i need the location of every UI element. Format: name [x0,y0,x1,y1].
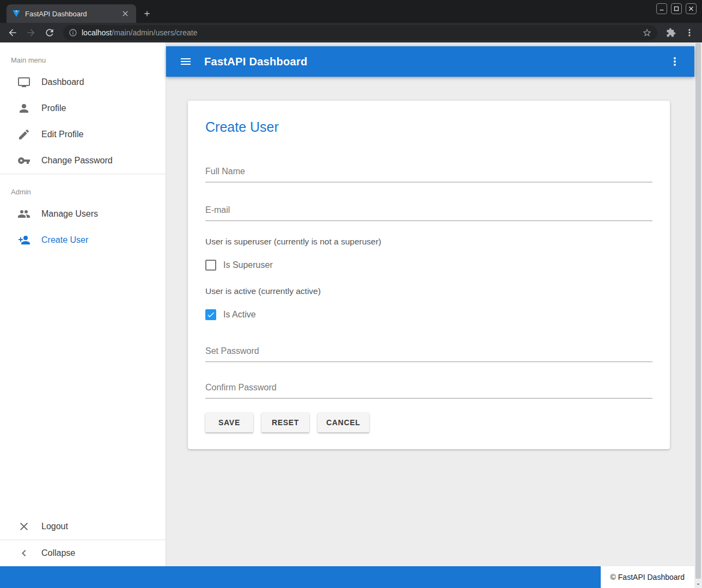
plus-icon [143,9,151,18]
key-icon [17,154,30,167]
person-add-icon [17,234,30,247]
tab-close-button[interactable] [120,8,131,19]
site-info-button[interactable] [69,28,77,37]
kebab-menu-icon [684,27,695,38]
page-content: Create User User is superuser (currently… [166,77,694,566]
check-icon [206,310,215,319]
sidebar-item-change-password[interactable]: Change Password [0,148,166,174]
reset-button[interactable]: RESET [261,413,309,432]
browser-tab[interactable]: FastAPI Dashboard [7,4,136,23]
extensions-icon [666,28,676,38]
appbar-menu-button[interactable] [664,51,686,72]
kebab-menu-icon [668,55,681,68]
save-button[interactable]: SAVE [205,413,253,432]
minimize-button[interactable] [656,3,667,14]
forward-button[interactable] [23,25,39,40]
sidebar: Main menu Dashboard Profile [0,42,166,566]
close-icon [121,9,130,18]
footer-copyright: © FastAPI Dashboard [601,566,694,588]
url-host: localhost [82,28,112,37]
sidebar-item-label: Profile [41,103,66,113]
scrollbar-down-button[interactable] [694,580,702,588]
sidebar-item-label: Change Password [41,156,113,166]
back-button[interactable] [4,25,21,40]
sidebar-item-manage-users[interactable]: Manage Users [0,201,166,227]
scrollbar-thumb[interactable] [695,43,701,579]
sidebar-item-label: Logout [41,522,68,531]
page-scrollbar [694,42,702,588]
star-icon [642,28,652,38]
email-input[interactable] [205,201,652,221]
close-window-button[interactable] [686,3,697,14]
browser-toolbar: localhost/main/admin/users/create [0,23,702,42]
window-controls [656,3,697,14]
sidebar-item-label: Dashboard [41,77,84,87]
active-hint: User is active (currently active) [205,286,652,296]
vuetify-logo-icon [12,9,21,18]
minimize-icon [659,6,664,11]
tab-title: FastAPI Dashboard [25,10,115,18]
sidebar-item-create-user[interactable]: Create User [0,227,166,253]
create-user-card: Create User User is superuser (currently… [188,101,670,449]
person-icon [17,102,30,115]
people-icon [17,207,30,220]
arrow-down-icon [695,581,701,587]
sidebar-item-label: Create User [41,235,88,245]
new-tab-button[interactable] [142,8,152,19]
sidebar-item-dashboard[interactable]: Dashboard [0,69,166,95]
email-field [205,201,652,221]
arrow-right-icon [26,27,36,38]
close-icon [688,6,694,11]
extensions-button[interactable] [663,25,679,40]
checkbox-icon[interactable] [205,260,216,271]
full-name-field [205,162,652,182]
is-active-checkbox[interactable]: Is Active [205,309,652,320]
sidebar-section-header-main-menu: Main menu [0,42,166,69]
sidebar-item-collapse[interactable]: Collapse [0,540,166,566]
main-area: FastAPI Dashboard Create User [166,42,694,566]
footer: © FastAPI Dashboard [0,566,694,588]
hamburger-icon [179,55,192,68]
reload-icon [44,27,55,38]
checkbox-label: Is Superuser [223,260,273,270]
bookmark-button[interactable] [642,28,652,38]
url-path: /main/admin/users/create [112,28,197,37]
confirm-password-field [205,378,652,399]
cancel-button[interactable]: CANCEL [318,413,369,432]
browser-menu-button[interactable] [681,25,698,40]
dashboard-icon [17,76,30,89]
arrow-left-icon [7,27,18,38]
sidebar-section-header-admin: Admin [0,174,166,201]
info-icon [69,28,77,37]
nav-drawer-toggle-button[interactable] [175,51,197,72]
pencil-icon [17,128,30,141]
is-superuser-checkbox[interactable]: Is Superuser [205,260,652,271]
address-bar[interactable]: localhost/main/admin/users/create [63,25,657,40]
sidebar-item-label: Manage Users [41,209,98,219]
appbar: FastAPI Dashboard [166,46,694,77]
sidebar-item-logout[interactable]: Logout [0,513,166,540]
tab-strip: FastAPI Dashboard [0,0,702,23]
confirm-password-input[interactable] [205,378,652,399]
footer-bar [0,566,601,588]
chevron-left-icon [17,547,30,560]
checkbox-icon[interactable] [205,309,216,320]
page-viewport: Main menu Dashboard Profile [0,42,702,588]
maximize-icon [674,6,679,11]
full-name-input[interactable] [205,162,652,182]
sidebar-item-edit-profile[interactable]: Edit Profile [0,121,166,148]
page-title: Create User [205,101,652,135]
sidebar-item-label: Collapse [41,548,75,558]
set-password-input[interactable] [205,342,652,362]
url-text: localhost/main/admin/users/create [82,28,638,37]
appbar-gap [166,42,694,46]
reload-button[interactable] [41,25,58,40]
sidebar-item-profile[interactable]: Profile [0,95,166,121]
maximize-button[interactable] [671,3,682,14]
form-actions: SAVE RESET CANCEL [205,413,652,432]
appbar-title: FastAPI Dashboard [204,56,308,68]
superuser-hint: User is superuser (currently is not a su… [205,236,652,247]
browser-chrome: FastAPI Dashboard [0,0,702,42]
set-password-field [205,342,652,362]
sidebar-spacer [0,253,166,513]
